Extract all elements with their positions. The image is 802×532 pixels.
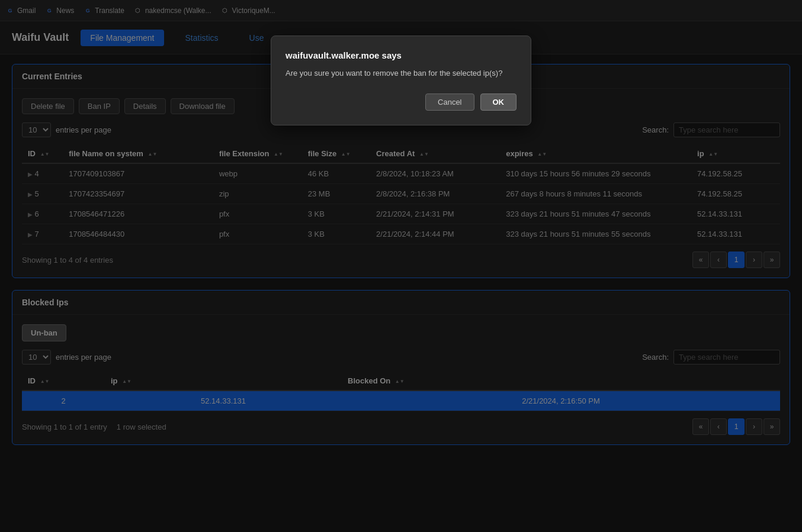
modal-title: waifuvault.walker.moe says [285, 50, 517, 60]
modal-buttons: Cancel OK [285, 93, 517, 111]
modal-ok-button[interactable]: OK [480, 93, 517, 111]
modal-overlay: waifuvault.walker.moe says Are you sure … [0, 0, 802, 532]
modal-cancel-button[interactable]: Cancel [425, 93, 474, 111]
modal-message: Are you sure you want to remove the ban … [285, 67, 517, 79]
modal-box: waifuvault.walker.moe says Are you sure … [271, 36, 531, 125]
